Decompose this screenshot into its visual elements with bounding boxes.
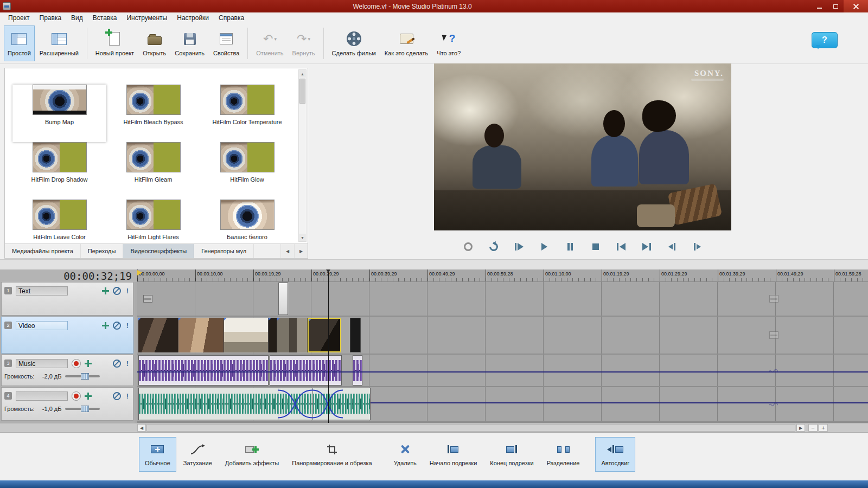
volume-slider[interactable] <box>65 408 100 410</box>
scrollbar-thumb[interactable] <box>299 79 305 104</box>
add-effects-button[interactable]: Добавить эффекты <box>219 437 285 472</box>
zoom-out-button[interactable]: − <box>808 424 818 432</box>
audio-clip[interactable] <box>353 355 362 386</box>
what-is-button[interactable]: ? Что это? <box>433 25 464 61</box>
tab-project-media[interactable]: Медиафайлы проекта <box>5 244 81 258</box>
track-level-icon[interactable] <box>102 287 109 294</box>
go-to-start-button[interactable] <box>612 238 630 255</box>
loop-region-marker[interactable] <box>137 270 142 275</box>
arm-record-button[interactable] <box>72 391 81 401</box>
tab-transitions[interactable]: Переходы <box>81 244 124 258</box>
trim-end-button[interactable]: Конец подрезки <box>484 437 539 472</box>
mute-icon[interactable] <box>113 322 121 330</box>
effect-item-bleach-bypass[interactable]: HitFilm Bleach Bypass <box>106 85 200 142</box>
scroll-right-button[interactable]: ▶ <box>796 424 805 432</box>
track-name-field[interactable]: Text <box>16 286 68 296</box>
scroll-up-icon[interactable]: ▲ <box>299 70 306 78</box>
play-button[interactable] <box>535 238 554 255</box>
track-header-text[interactable]: 1 Text ! <box>1 282 133 316</box>
effect-item-drop-shadow[interactable]: HitFilm Drop Shadow <box>12 142 106 200</box>
effect-item-color-temperature[interactable]: HitFilm Color Temperature <box>200 85 294 142</box>
volume-slider-thumb[interactable] <box>81 406 89 412</box>
track-level-icon[interactable] <box>102 322 109 329</box>
solo-icon[interactable]: ! <box>125 392 130 400</box>
effect-item-white-balance[interactable]: Баланс белого <box>200 200 294 243</box>
volume-slider-thumb[interactable] <box>81 373 89 380</box>
menu-tools[interactable]: Инструменты <box>122 13 172 23</box>
scrollbar-thumb[interactable] <box>146 424 795 432</box>
track-level-icon[interactable] <box>85 393 92 400</box>
stop-button[interactable] <box>586 238 605 255</box>
video-track-lane[interactable] <box>137 317 868 354</box>
close-button[interactable] <box>844 0 868 12</box>
track-header-music[interactable]: 3 Music ! Громкость: -2,0 дБ <box>1 355 133 386</box>
normal-edit-tool-button[interactable]: Обычное <box>139 437 176 472</box>
video-clip[interactable] <box>269 318 277 352</box>
volume-envelope-line[interactable] <box>137 371 868 373</box>
track-header-audio2[interactable]: 4 ! Громкость: -1,0 дБ <box>1 387 133 421</box>
music-track-lane[interactable] <box>137 355 868 386</box>
tab-media-generators[interactable]: Генераторы мул <box>194 244 254 258</box>
maximize-button[interactable] <box>827 0 844 12</box>
track-header-video[interactable]: 2 Video ! <box>1 317 133 354</box>
playhead[interactable] <box>328 269 329 423</box>
effect-item-light-flares[interactable]: HitFilm Light Flares <box>106 200 200 243</box>
mute-icon[interactable] <box>113 287 121 295</box>
solo-icon[interactable]: ! <box>125 322 130 330</box>
auto-ripple-button[interactable]: Автосдвиг <box>595 437 635 472</box>
time-ruler[interactable]: 00:00:00;00 00:00:10;00 00:00:19;29 00:0… <box>137 269 868 282</box>
volume-slider[interactable] <box>65 375 100 377</box>
solo-icon[interactable]: ! <box>125 359 130 368</box>
mute-icon[interactable] <box>113 392 121 400</box>
next-frame-button[interactable] <box>688 238 707 255</box>
go-to-end-button[interactable] <box>637 238 656 255</box>
volume-envelope-line[interactable] <box>371 402 868 403</box>
how-to-button[interactable]: Как это сделать <box>381 25 432 61</box>
video-clip[interactable] <box>277 318 308 352</box>
fade-tool-button[interactable]: Затухание <box>177 437 218 472</box>
text-track-lane[interactable] <box>137 282 868 316</box>
track-name-field[interactable]: Video <box>16 321 68 330</box>
record-button[interactable] <box>459 238 477 255</box>
panel-splitter[interactable] <box>0 259 868 269</box>
advanced-view-button[interactable]: Расширенный <box>36 25 82 61</box>
simple-view-button[interactable]: Простой <box>4 25 35 61</box>
split-button[interactable]: Разделение <box>541 437 586 472</box>
open-button[interactable]: Открыть <box>139 25 170 61</box>
effect-item-glow[interactable]: HitFilm Glow <box>200 142 294 200</box>
solo-icon[interactable]: ! <box>125 287 130 295</box>
make-movie-button[interactable]: Сделать фильм <box>328 25 380 61</box>
delete-button[interactable]: Удалить <box>388 437 423 472</box>
pan-crop-button[interactable]: Панорамирование и обрезка <box>286 437 378 472</box>
track-name-field[interactable] <box>16 391 68 401</box>
properties-button[interactable]: Свойства <box>209 25 243 61</box>
effect-item-bump-map[interactable]: Bump Map <box>12 85 106 142</box>
tab-scroll-left-button[interactable]: ◀ <box>280 244 294 258</box>
video-clip[interactable] <box>178 318 224 352</box>
effect-item-leave-color[interactable]: HitFilm Leave Color <box>12 200 106 243</box>
audio-clip[interactable] <box>270 355 342 386</box>
audio-clip[interactable] <box>138 388 371 420</box>
save-button[interactable]: Сохранить <box>171 25 208 61</box>
menu-help[interactable]: Справка <box>214 13 249 23</box>
menu-edit[interactable]: Правка <box>35 13 67 23</box>
play-from-start-button[interactable] <box>510 238 528 255</box>
video-clip[interactable] <box>224 318 269 352</box>
menu-settings[interactable]: Настройки <box>172 13 214 23</box>
mute-icon[interactable] <box>113 359 121 368</box>
text-event-clip[interactable] <box>278 282 288 315</box>
video-clip[interactable] <box>138 318 178 352</box>
menu-insert[interactable]: Вставка <box>88 13 122 23</box>
minimize-button[interactable] <box>811 0 827 12</box>
scroll-down-icon[interactable]: ▼ <box>299 234 306 241</box>
scroll-left-button[interactable]: ◀ <box>137 424 146 432</box>
new-project-button[interactable]: Новый проект <box>92 25 138 61</box>
effect-item-gleam[interactable]: HitFilm Gleam <box>106 142 200 200</box>
track-level-icon[interactable] <box>85 360 92 367</box>
menu-project[interactable]: Проект <box>3 13 35 23</box>
tab-scroll-right-button[interactable]: ▶ <box>294 244 308 258</box>
undo-button[interactable]: ↶▾ Отменить <box>252 25 287 61</box>
audio-clip[interactable] <box>138 355 269 386</box>
tab-video-fx[interactable]: Видеоспецэффекты <box>123 244 194 258</box>
audio2-track-lane[interactable] <box>137 387 868 421</box>
